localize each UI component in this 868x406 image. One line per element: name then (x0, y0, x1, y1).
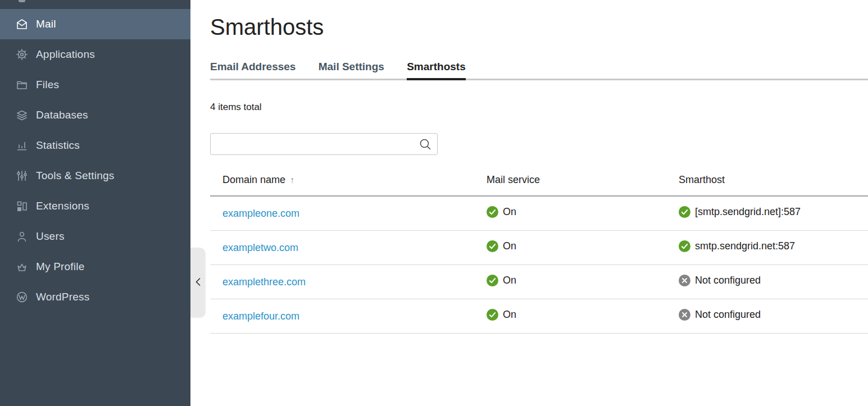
check-circle-icon (679, 240, 690, 252)
sidebar-item-label: Tools & Settings (36, 170, 114, 182)
user-icon (16, 230, 28, 243)
domain-link[interactable]: exampletwo.com (222, 242, 298, 253)
domain-link[interactable]: examplethree.com (222, 276, 306, 288)
sidebar-item-wordpress[interactable]: WordPress (0, 282, 190, 312)
sidebar-item-my-profile[interactable]: My Profile (0, 252, 190, 282)
check-circle-icon (487, 206, 498, 218)
sidebar-item-label: Extensions (36, 200, 89, 212)
plesk-window: Mail Applications Files Databases (0, 0, 868, 406)
sidebar-item-label: WordPress (36, 291, 89, 303)
bar-chart-icon (16, 139, 28, 152)
table-row: exampletwo.com On smtp.sendgrid.net:587 (210, 231, 868, 265)
sidebar-item-users[interactable]: Users (0, 221, 190, 252)
folder-icon (16, 79, 28, 91)
smarthost-value: smtp.sendgrid.net:587 (695, 240, 795, 252)
check-circle-icon (487, 240, 498, 252)
blocks-icon (16, 200, 28, 212)
sidebar-item-tools-settings[interactable]: Tools & Settings (0, 161, 190, 191)
column-header-mail-service[interactable]: Mail service (487, 174, 679, 186)
sidebar-item-label: Applications (36, 48, 95, 61)
check-circle-icon (487, 309, 498, 321)
page-title: Smarthosts (210, 11, 868, 43)
mail-service-value: On (503, 309, 516, 321)
sidebar-item-label: Statistics (36, 139, 80, 152)
sidebar-item-mail[interactable]: Mail (0, 9, 190, 39)
smarthost-value: Not configured (695, 309, 761, 321)
table-row: examplethree.com On Not configured (210, 265, 868, 299)
mail-service-value: On (503, 275, 516, 286)
tab-email-addresses[interactable]: Email Addresses (210, 61, 296, 78)
domains-table: Domain name↑ Mail service Smarthost exam… (210, 174, 868, 334)
smarthost-value: [smtp.sendgrid.net]:587 (695, 206, 801, 218)
table-row: examplefour.com On Not configured (210, 299, 868, 334)
sidebar-item-partial[interactable] (0, 0, 190, 9)
sidebar-item-files[interactable]: Files (0, 70, 190, 100)
sidebar-item-applications[interactable]: Applications (0, 39, 190, 70)
sidebar-item-label: My Profile (36, 261, 84, 273)
sidebar-item-label: Files (36, 79, 59, 91)
partial-icon (19, 0, 25, 2)
sidebar-item-extensions[interactable]: Extensions (0, 191, 190, 221)
sidebar-item-label: Mail (36, 18, 56, 30)
wordpress-icon (16, 291, 28, 303)
mail-service-value: On (503, 240, 516, 252)
search-input[interactable] (210, 133, 438, 155)
tab-smarthosts[interactable]: Smarthosts (407, 61, 466, 80)
search-box (210, 133, 438, 155)
table-row: exampleone.com On [smtp.sendgrid.net]:58… (210, 197, 868, 231)
search-icon[interactable] (418, 137, 433, 152)
domain-link[interactable]: examplefour.com (222, 311, 299, 322)
items-total: 4 items total (210, 102, 868, 113)
main-content: Smarthosts Email Addresses Mail Settings… (190, 0, 868, 406)
sidebar-item-label: Databases (36, 109, 88, 121)
sliders-icon (16, 170, 28, 182)
sidebar-item-databases[interactable]: Databases (0, 100, 190, 130)
layers-icon (16, 109, 28, 121)
tab-bar: Email Addresses Mail Settings Smarthosts (210, 61, 868, 80)
sidebar: Mail Applications Files Databases (0, 0, 190, 406)
table-header-row: Domain name↑ Mail service Smarthost (210, 174, 868, 197)
sidebar-item-label: Users (36, 230, 65, 243)
check-circle-icon (679, 206, 690, 218)
domain-link[interactable]: exampleone.com (222, 208, 299, 219)
mail-icon (16, 18, 28, 30)
check-circle-icon (487, 275, 498, 286)
column-header-smarthost[interactable]: Smarthost (679, 174, 868, 186)
tab-mail-settings[interactable]: Mail Settings (319, 61, 384, 78)
column-header-domain-name[interactable]: Domain name↑ (210, 174, 487, 186)
gear-icon (16, 48, 28, 61)
sidebar-item-statistics[interactable]: Statistics (0, 130, 190, 161)
crown-icon (16, 261, 28, 273)
smarthost-value: Not configured (695, 275, 761, 286)
mail-service-value: On (503, 206, 516, 218)
x-circle-icon (679, 309, 690, 321)
sort-asc-icon: ↑ (290, 175, 294, 185)
x-circle-icon (679, 275, 690, 286)
